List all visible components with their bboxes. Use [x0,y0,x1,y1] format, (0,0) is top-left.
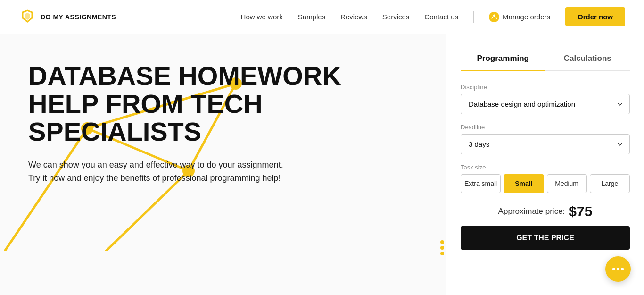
chat-dot-1 [612,268,615,270]
chat-dot-3 [621,268,624,270]
nav-divider [473,11,474,23]
discipline-select[interactable]: Database design and optimization Web dev… [461,94,630,114]
hero-section: DATABASE HOMEWORK HELP FROM TECH SPECIAL… [0,34,446,295]
task-size-group: Task size Extra small Small Medium Large [461,164,630,193]
chat-dots [612,268,624,270]
deadline-group: Deadline 1 day 2 days 3 days 5 days 7 da… [461,124,630,154]
tab-programming[interactable]: Programming [461,48,545,71]
size-extra-small[interactable]: Extra small [461,174,501,193]
price-row: Approximate price: $75 [461,203,630,219]
discipline-group: Discipline Database design and optimizat… [461,84,630,114]
deadline-select[interactable]: 1 day 2 days 3 days 5 days 7 days 14 day… [461,134,630,154]
size-medium[interactable]: Medium [547,174,587,193]
user-icon [489,12,499,22]
order-now-button[interactable]: Order now [565,7,625,26]
svg-point-0 [493,15,495,17]
hero-subtext: We can show you an easy and effective wa… [28,159,292,185]
nav-services[interactable]: Services [382,13,410,21]
main-nav: How we work Samples Reviews Services Con… [241,7,625,26]
hero-heading: DATABASE HOMEWORK HELP FROM TECH SPECIAL… [28,62,349,145]
logo[interactable]: DO MY ASSIGNMENTS [19,8,116,25]
panel-tabs: Programming Calculations [461,48,630,71]
chat-dot-2 [617,268,619,270]
deadline-label: Deadline [461,124,630,131]
decorative-dots [438,238,446,257]
logo-icon [19,8,36,25]
task-size-label: Task size [461,164,630,171]
manage-orders-link[interactable]: Manage orders [489,12,550,22]
logo-text: DO MY ASSIGNMENTS [41,13,116,21]
order-panel: Programming Calculations Discipline Data… [446,34,644,295]
tab-calculations[interactable]: Calculations [545,48,630,71]
price-value: $75 [569,203,592,219]
get-price-button[interactable]: Get the price [461,226,630,250]
nav-how-we-work[interactable]: How we work [241,13,283,21]
nav-samples[interactable]: Samples [298,13,325,21]
site-header: DO MY ASSIGNMENTS How we work Samples Re… [0,0,644,34]
task-size-row: Extra small Small Medium Large [461,174,630,193]
approx-price-label: Approximate price: [498,207,565,216]
discipline-label: Discipline [461,84,630,91]
main-content: DATABASE HOMEWORK HELP FROM TECH SPECIAL… [0,34,644,295]
size-large[interactable]: Large [590,174,630,193]
nav-contact[interactable]: Contact us [424,13,458,21]
chat-support-button[interactable] [605,256,631,282]
size-small[interactable]: Small [504,174,544,193]
nav-reviews[interactable]: Reviews [340,13,367,21]
